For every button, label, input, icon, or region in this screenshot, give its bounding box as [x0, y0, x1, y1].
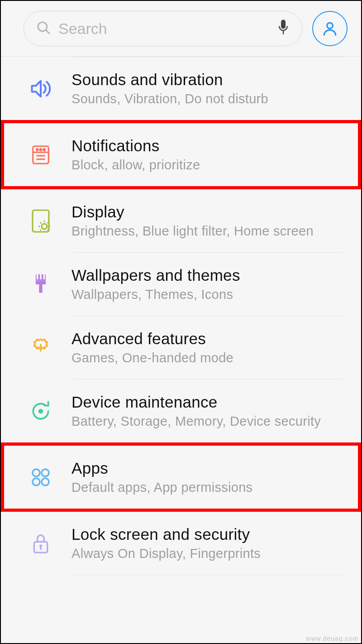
item-subtitle: Block, allow, prioritize [71, 158, 340, 173]
display-icon [28, 208, 53, 234]
settings-item-wallpapers[interactable]: Wallpapers and themes Wallpapers, Themes… [1, 253, 361, 316]
svg-point-32 [33, 469, 40, 476]
svg-rect-26 [43, 274, 45, 279]
svg-rect-27 [36, 281, 46, 284]
item-title: Apps [71, 459, 340, 477]
search-input[interactable] [58, 20, 269, 38]
search-field[interactable] [24, 11, 302, 46]
brush-icon [28, 272, 53, 297]
settings-item-maintenance[interactable]: Device maintenance Battery, Storage, Mem… [1, 380, 361, 442]
svg-point-34 [33, 478, 40, 485]
item-title: Device maintenance [71, 393, 343, 411]
svg-line-21 [40, 230, 41, 231]
settings-header [1, 1, 361, 57]
divider [73, 575, 343, 575]
item-title: Notifications [71, 137, 340, 155]
settings-item-lockscreen[interactable]: Lock screen and security Always On Displ… [1, 512, 361, 575]
svg-rect-24 [37, 274, 38, 279]
item-subtitle: Brightness, Blue light filter, Home scre… [71, 224, 343, 239]
item-subtitle: Always On Display, Fingerprints [71, 546, 343, 561]
settings-item-notifications[interactable]: Notifications Block, allow, prioritize [1, 120, 361, 189]
item-title: Display [71, 203, 343, 221]
watermark: www.deuaq.com [306, 635, 358, 642]
item-title: Sounds and vibration [71, 71, 343, 89]
settings-list: Sounds and vibration Sounds, Vibration, … [1, 57, 361, 575]
item-subtitle: Battery, Storage, Memory, Device securit… [71, 414, 343, 429]
svg-line-1 [46, 30, 49, 34]
svg-point-33 [42, 469, 49, 476]
notifications-icon [28, 142, 53, 168]
item-subtitle: Games, One-handed mode [71, 351, 343, 365]
svg-marker-5 [32, 81, 41, 96]
microphone-icon[interactable] [276, 19, 290, 38]
search-icon [36, 20, 51, 37]
item-subtitle: Sounds, Vibration, Do not disturb [71, 91, 343, 106]
svg-point-14 [42, 224, 47, 229]
item-subtitle: Wallpapers, Themes, Icons [71, 287, 343, 302]
svg-line-20 [48, 222, 48, 223]
apps-icon [28, 465, 53, 490]
svg-point-31 [38, 409, 43, 413]
svg-rect-2 [281, 20, 286, 29]
svg-point-35 [42, 478, 49, 485]
svg-point-9 [43, 149, 45, 150]
svg-line-19 [40, 222, 41, 223]
svg-point-4 [327, 23, 333, 29]
item-title: Wallpapers and themes [71, 266, 343, 284]
settings-item-apps[interactable]: Apps Default apps, App permissions [1, 442, 361, 512]
settings-item-sounds[interactable]: Sounds and vibration Sounds, Vibration, … [1, 57, 361, 120]
svg-point-7 [36, 149, 38, 150]
lock-icon [28, 531, 53, 556]
svg-point-8 [40, 149, 42, 150]
sound-icon [28, 76, 53, 101]
account-avatar-button[interactable] [312, 11, 348, 46]
refresh-icon [28, 399, 53, 424]
settings-item-advanced[interactable]: Advanced features Games, One-handed mode [1, 316, 361, 379]
item-subtitle: Default apps, App permissions [71, 480, 340, 495]
svg-rect-28 [39, 284, 42, 293]
item-title: Lock screen and security [71, 525, 343, 543]
item-title: Advanced features [71, 330, 343, 348]
settings-item-display[interactable]: Display Brightness, Blue light filter, H… [1, 189, 361, 252]
svg-line-22 [48, 230, 48, 231]
gear-plus-icon [28, 335, 53, 360]
svg-rect-25 [40, 274, 42, 279]
